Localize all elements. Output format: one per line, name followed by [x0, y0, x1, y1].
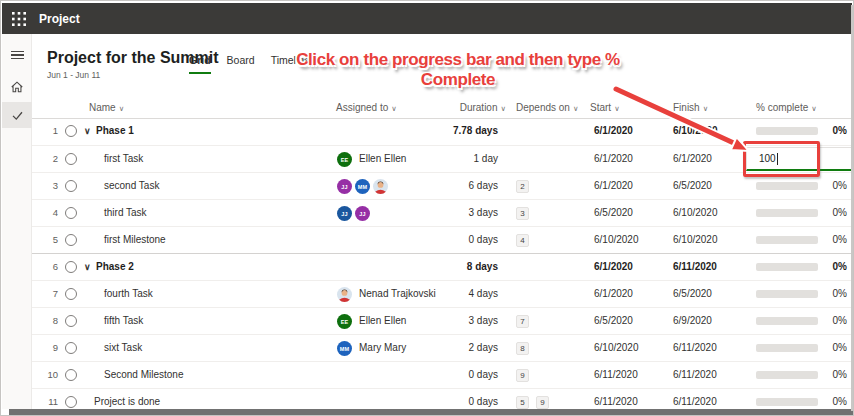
task-finish-date[interactable]: 6/9/2020: [673, 308, 712, 334]
dependency-chip[interactable]: 4: [516, 234, 529, 247]
assignee-avatar[interactable]: JJ: [337, 179, 352, 194]
progress-bar[interactable]: [756, 398, 818, 406]
task-duration[interactable]: 1 day: [412, 146, 498, 172]
dependency-chip[interactable]: 2: [516, 180, 529, 193]
task-duration[interactable]: 0 days: [412, 227, 498, 253]
task-name[interactable]: Phase 2: [96, 254, 134, 280]
task-name[interactable]: Second Milestone: [104, 362, 184, 388]
task-name[interactable]: sixt Task: [104, 335, 142, 361]
task-complete-radio[interactable]: [65, 342, 77, 354]
task-complete-radio[interactable]: [65, 153, 77, 165]
tasks-check-icon[interactable]: [2, 102, 32, 128]
task-finish-date[interactable]: 6/11/2020: [673, 254, 717, 280]
task-finish-date[interactable]: 6/11/2020: [673, 335, 717, 361]
collapse-caret-icon[interactable]: ∨: [84, 254, 91, 280]
task-duration[interactable]: 3 days: [412, 308, 498, 334]
assignee-avatar[interactable]: MM: [355, 179, 370, 194]
task-start-date[interactable]: 6/5/2020: [594, 308, 633, 334]
task-name[interactable]: fifth Task: [104, 308, 143, 334]
menu-icon[interactable]: [2, 42, 32, 68]
task-finish-date[interactable]: 6/10/2020: [673, 200, 718, 226]
assignee-avatar[interactable]: JJ: [355, 206, 370, 221]
task-name[interactable]: Phase 1: [96, 118, 134, 144]
task-start-date[interactable]: 6/1/2020: [594, 146, 633, 172]
dependency-chip[interactable]: 8: [516, 342, 529, 355]
dependency-chip[interactable]: 9: [516, 369, 529, 382]
assignee-avatar[interactable]: MM: [337, 341, 352, 356]
task-complete-radio[interactable]: [65, 396, 77, 408]
dependency-chip[interactable]: 3: [516, 207, 529, 220]
task-complete-radio[interactable]: [65, 315, 77, 327]
dependency-chip[interactable]: 7: [516, 315, 529, 328]
task-start-date[interactable]: 6/10/2020: [594, 335, 639, 361]
home-icon[interactable]: [2, 74, 32, 100]
column-header-finish[interactable]: Finish∨: [673, 102, 708, 113]
task-complete-radio[interactable]: [65, 180, 77, 192]
column-header--complete[interactable]: % complete∨: [756, 102, 817, 113]
dependency-chip[interactable]: 5: [516, 396, 529, 409]
task-start-date[interactable]: 6/1/2020: [594, 281, 633, 307]
progress-bar[interactable]: [756, 371, 818, 379]
task-name[interactable]: second Task: [104, 173, 159, 199]
column-header-duration[interactable]: Duration∨: [431, 102, 506, 113]
progress-bar[interactable]: [756, 209, 818, 217]
task-start-date[interactable]: 6/1/2020: [594, 118, 633, 144]
task-name[interactable]: fourth Task: [104, 281, 153, 307]
progress-bar[interactable]: [756, 236, 818, 244]
annotation-line1: Click on the progress bar and then type …: [284, 50, 632, 70]
task-complete-radio[interactable]: [65, 369, 77, 381]
task-start-date[interactable]: 6/11/2020: [594, 362, 638, 388]
assignee-avatar[interactable]: JJ: [337, 206, 352, 221]
task-start-date[interactable]: 6/1/2020: [594, 173, 633, 199]
column-header-start[interactable]: Start∨: [590, 102, 620, 113]
task-duration[interactable]: 8 days: [412, 254, 498, 280]
task-start-date[interactable]: 6/1/2020: [594, 254, 633, 280]
task-start-date[interactable]: 6/5/2020: [594, 200, 633, 226]
task-complete-radio[interactable]: [65, 125, 77, 137]
task-finish-date[interactable]: 6/10/2020: [673, 118, 718, 144]
assignee-photo-avatar[interactable]: [337, 287, 352, 302]
percent-complete-editor[interactable]: 100: [746, 147, 852, 171]
task-duration[interactable]: 0 days: [412, 362, 498, 388]
sort-caret-icon: ∨: [614, 104, 620, 113]
progress-bar[interactable]: [756, 317, 818, 325]
progress-bar[interactable]: [756, 263, 818, 271]
column-header-label: Finish: [673, 102, 700, 113]
column-header-label: Name: [89, 102, 116, 113]
collapse-caret-icon[interactable]: ∨: [84, 118, 91, 144]
progress-bar[interactable]: [756, 290, 818, 298]
task-finish-date[interactable]: 6/11/2020: [673, 362, 717, 388]
screenshot-right-shadow: [851, 5, 853, 411]
assignee-avatar[interactable]: EE: [337, 314, 352, 329]
task-name[interactable]: third Task: [104, 200, 147, 226]
progress-bar[interactable]: [756, 182, 818, 190]
task-complete-radio[interactable]: [65, 288, 77, 300]
task-name[interactable]: first Milestone: [104, 227, 166, 253]
task-name[interactable]: first Task: [104, 146, 143, 172]
task-duration[interactable]: 3 days: [412, 200, 498, 226]
task-start-date[interactable]: 6/10/2020: [594, 227, 639, 253]
task-finish-date[interactable]: 6/5/2020: [673, 173, 712, 199]
progress-bar[interactable]: [756, 344, 818, 352]
waffle-icon[interactable]: [2, 12, 36, 26]
assignee-avatar[interactable]: EE: [337, 152, 352, 167]
task-duration[interactable]: 4 days: [412, 281, 498, 307]
task-duration[interactable]: 7.78 days: [412, 118, 498, 144]
column-header-assigned-to[interactable]: Assigned to∨: [336, 102, 397, 113]
dependency-chip[interactable]: 9: [536, 396, 549, 409]
task-complete-radio[interactable]: [65, 261, 77, 273]
task-duration[interactable]: 2 days: [412, 335, 498, 361]
progress-bar[interactable]: [756, 127, 818, 135]
tab-timeline[interactable]: Timeline: [271, 54, 310, 74]
column-header-depends-on[interactable]: Depends on∨: [516, 102, 578, 113]
task-complete-radio[interactable]: [65, 207, 77, 219]
assignee-photo-avatar[interactable]: [373, 179, 388, 194]
task-duration[interactable]: 6 days: [412, 173, 498, 199]
tab-board[interactable]: Board: [227, 54, 255, 74]
task-finish-date[interactable]: 6/5/2020: [673, 281, 712, 307]
task-complete-radio[interactable]: [65, 234, 77, 246]
tab-grid[interactable]: Grid: [189, 54, 211, 74]
task-finish-date[interactable]: 6/10/2020: [673, 227, 718, 253]
task-finish-date[interactable]: 6/1/2020: [673, 146, 712, 172]
column-header-name[interactable]: Name∨: [89, 102, 124, 113]
